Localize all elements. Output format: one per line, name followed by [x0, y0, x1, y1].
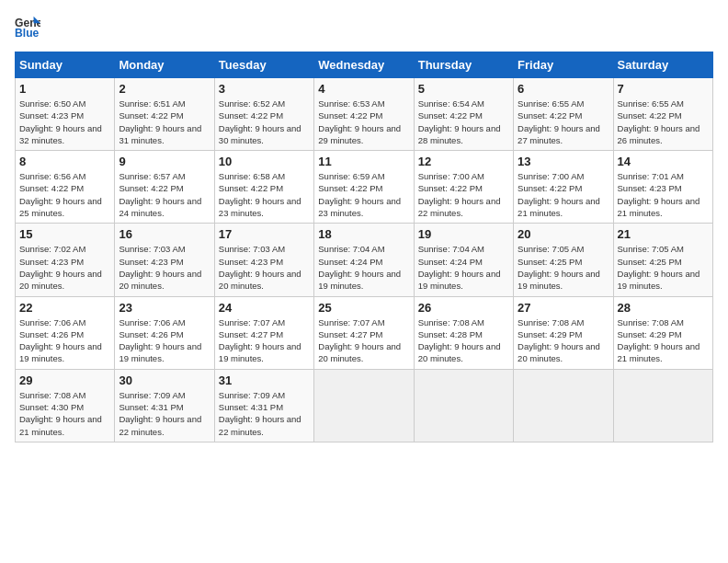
day-info: Sunrise: 6:56 AMSunset: 4:22 PMDaylight:… — [19, 170, 110, 219]
day-number: 26 — [418, 301, 509, 315]
weekday-header-friday: Friday — [514, 52, 613, 78]
calendar-cell: 29Sunrise: 7:08 AMSunset: 4:30 PMDayligh… — [16, 369, 115, 442]
calendar-cell — [514, 369, 613, 442]
day-info: Sunrise: 7:04 AMSunset: 4:24 PMDaylight:… — [318, 243, 409, 292]
day-number: 11 — [318, 155, 409, 168]
calendar-cell: 25Sunrise: 7:07 AMSunset: 4:27 PMDayligh… — [314, 296, 414, 369]
calendar-cell: 11Sunrise: 6:59 AMSunset: 4:22 PMDayligh… — [314, 151, 414, 224]
day-info: Sunrise: 7:08 AMSunset: 4:30 PMDaylight:… — [19, 389, 110, 438]
day-number: 3 — [219, 82, 310, 96]
day-number: 9 — [119, 155, 210, 168]
day-number: 23 — [119, 301, 210, 315]
day-number: 4 — [318, 82, 409, 96]
day-info: Sunrise: 7:00 AMSunset: 4:22 PMDaylight:… — [518, 170, 609, 219]
calendar-cell: 3Sunrise: 6:52 AMSunset: 4:22 PMDaylight… — [214, 78, 313, 151]
day-info: Sunrise: 7:04 AMSunset: 4:24 PMDaylight:… — [418, 243, 509, 292]
calendar-cell: 13Sunrise: 7:00 AMSunset: 4:22 PMDayligh… — [514, 151, 613, 224]
day-number: 7 — [618, 82, 709, 96]
day-info: Sunrise: 6:53 AMSunset: 4:22 PMDaylight:… — [318, 98, 409, 146]
calendar-week-5: 29Sunrise: 7:08 AMSunset: 4:30 PMDayligh… — [16, 369, 713, 442]
day-info: Sunrise: 7:03 AMSunset: 4:23 PMDaylight:… — [119, 243, 210, 292]
logo-icon: General Blue — [15, 15, 40, 40]
day-number: 22 — [19, 301, 110, 315]
day-number: 13 — [518, 155, 609, 168]
logo: General Blue — [15, 15, 40, 40]
calendar-cell: 30Sunrise: 7:09 AMSunset: 4:31 PMDayligh… — [115, 369, 214, 442]
day-info: Sunrise: 6:57 AMSunset: 4:22 PMDaylight:… — [119, 170, 210, 219]
day-number: 16 — [119, 227, 210, 241]
calendar-cell: 5Sunrise: 6:54 AMSunset: 4:22 PMDaylight… — [414, 78, 513, 151]
weekday-header-tuesday: Tuesday — [214, 52, 313, 78]
day-number: 28 — [618, 301, 709, 315]
calendar-cell: 4Sunrise: 6:53 AMSunset: 4:22 PMDaylight… — [314, 78, 414, 151]
day-number: 8 — [19, 155, 110, 168]
day-info: Sunrise: 7:08 AMSunset: 4:29 PMDaylight:… — [518, 316, 609, 365]
day-info: Sunrise: 7:06 AMSunset: 4:26 PMDaylight:… — [19, 316, 110, 365]
calendar-cell — [613, 369, 712, 442]
calendar-cell: 14Sunrise: 7:01 AMSunset: 4:23 PMDayligh… — [613, 151, 712, 224]
weekday-header-saturday: Saturday — [613, 52, 712, 78]
weekday-header-monday: Monday — [115, 52, 214, 78]
calendar-week-3: 15Sunrise: 7:02 AMSunset: 4:23 PMDayligh… — [16, 224, 713, 296]
day-number: 19 — [418, 227, 509, 241]
calendar-cell: 24Sunrise: 7:07 AMSunset: 4:27 PMDayligh… — [214, 296, 313, 369]
day-number: 18 — [318, 227, 409, 241]
calendar-cell: 1Sunrise: 6:50 AMSunset: 4:23 PMDaylight… — [16, 78, 115, 151]
day-info: Sunrise: 7:03 AMSunset: 4:23 PMDaylight:… — [219, 243, 310, 292]
day-info: Sunrise: 7:01 AMSunset: 4:23 PMDaylight:… — [618, 170, 709, 219]
day-info: Sunrise: 7:02 AMSunset: 4:23 PMDaylight:… — [19, 243, 110, 292]
day-number: 1 — [19, 82, 110, 96]
calendar-week-1: 1Sunrise: 6:50 AMSunset: 4:23 PMDaylight… — [16, 78, 713, 151]
day-number: 25 — [318, 301, 409, 315]
calendar-cell: 7Sunrise: 6:55 AMSunset: 4:22 PMDaylight… — [613, 78, 712, 151]
calendar-cell: 9Sunrise: 6:57 AMSunset: 4:22 PMDaylight… — [115, 151, 214, 224]
calendar-week-2: 8Sunrise: 6:56 AMSunset: 4:22 PMDaylight… — [16, 151, 713, 224]
calendar-cell: 23Sunrise: 7:06 AMSunset: 4:26 PMDayligh… — [115, 296, 214, 369]
day-info: Sunrise: 6:52 AMSunset: 4:22 PMDaylight:… — [219, 98, 310, 146]
day-number: 12 — [418, 155, 509, 168]
calendar-cell: 28Sunrise: 7:08 AMSunset: 4:29 PMDayligh… — [613, 296, 712, 369]
day-info: Sunrise: 6:58 AMSunset: 4:22 PMDaylight:… — [219, 170, 310, 219]
day-number: 6 — [518, 82, 609, 96]
day-info: Sunrise: 7:07 AMSunset: 4:27 PMDaylight:… — [318, 316, 409, 365]
weekday-header-wednesday: Wednesday — [314, 52, 414, 78]
calendar-cell: 18Sunrise: 7:04 AMSunset: 4:24 PMDayligh… — [314, 224, 414, 296]
day-number: 29 — [19, 373, 110, 387]
day-info: Sunrise: 7:06 AMSunset: 4:26 PMDaylight:… — [119, 316, 210, 365]
day-info: Sunrise: 7:09 AMSunset: 4:31 PMDaylight:… — [119, 389, 210, 438]
day-info: Sunrise: 6:55 AMSunset: 4:22 PMDaylight:… — [518, 98, 609, 146]
day-number: 10 — [219, 155, 310, 168]
day-number: 5 — [418, 82, 509, 96]
day-number: 27 — [518, 301, 609, 315]
calendar-cell: 12Sunrise: 7:00 AMSunset: 4:22 PMDayligh… — [414, 151, 513, 224]
day-number: 20 — [518, 227, 609, 241]
day-info: Sunrise: 7:08 AMSunset: 4:28 PMDaylight:… — [418, 316, 509, 365]
day-number: 31 — [219, 373, 310, 387]
calendar-cell: 16Sunrise: 7:03 AMSunset: 4:23 PMDayligh… — [115, 224, 214, 296]
calendar-week-4: 22Sunrise: 7:06 AMSunset: 4:26 PMDayligh… — [16, 296, 713, 369]
day-number: 15 — [19, 227, 110, 241]
calendar-cell: 6Sunrise: 6:55 AMSunset: 4:22 PMDaylight… — [514, 78, 613, 151]
day-number: 14 — [618, 155, 709, 168]
calendar-cell: 31Sunrise: 7:09 AMSunset: 4:31 PMDayligh… — [214, 369, 313, 442]
page-header: General Blue — [15, 15, 713, 40]
calendar-cell: 27Sunrise: 7:08 AMSunset: 4:29 PMDayligh… — [514, 296, 613, 369]
calendar-cell: 8Sunrise: 6:56 AMSunset: 4:22 PMDaylight… — [16, 151, 115, 224]
day-info: Sunrise: 6:54 AMSunset: 4:22 PMDaylight:… — [418, 98, 509, 146]
day-number: 2 — [119, 82, 210, 96]
day-info: Sunrise: 6:55 AMSunset: 4:22 PMDaylight:… — [618, 98, 709, 146]
weekday-header-thursday: Thursday — [414, 52, 513, 78]
svg-text:Blue: Blue — [15, 27, 40, 40]
day-info: Sunrise: 6:51 AMSunset: 4:22 PMDaylight:… — [119, 98, 210, 146]
day-number: 24 — [219, 301, 310, 315]
day-info: Sunrise: 7:05 AMSunset: 4:25 PMDaylight:… — [518, 243, 609, 292]
calendar-cell: 26Sunrise: 7:08 AMSunset: 4:28 PMDayligh… — [414, 296, 513, 369]
day-number: 21 — [618, 227, 709, 241]
day-number: 17 — [219, 227, 310, 241]
calendar-cell: 10Sunrise: 6:58 AMSunset: 4:22 PMDayligh… — [214, 151, 313, 224]
calendar-cell — [314, 369, 414, 442]
calendar-cell — [414, 369, 513, 442]
calendar-cell: 20Sunrise: 7:05 AMSunset: 4:25 PMDayligh… — [514, 224, 613, 296]
calendar-cell: 19Sunrise: 7:04 AMSunset: 4:24 PMDayligh… — [414, 224, 513, 296]
day-info: Sunrise: 7:09 AMSunset: 4:31 PMDaylight:… — [219, 389, 310, 438]
